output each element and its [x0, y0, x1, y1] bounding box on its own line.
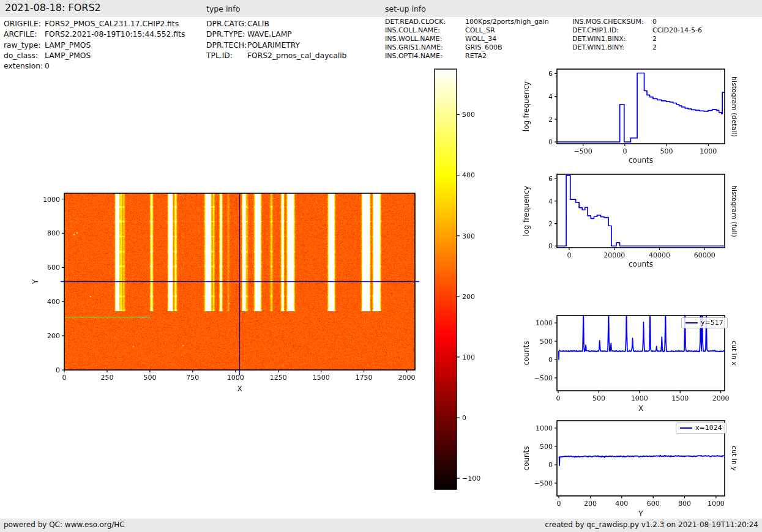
field-label: INS.GRIS1.NAME:: [385, 43, 465, 52]
field-value: FORS2_pmos_cal_daycalib: [247, 51, 346, 61]
cut-in-x-legend: y=517: [681, 317, 728, 328]
field-label: INS.MOS.CHECKSUM:: [572, 18, 652, 26]
colorbar: [428, 64, 484, 495]
header-bar: 2021-08-18: FORS2 type info set-up info: [0, 0, 762, 17]
field-value: CCID20-14-5-6: [652, 26, 702, 35]
cut-in-y-side-label: cut in y: [730, 421, 739, 496]
field-label: DPR.TYPE:: [206, 29, 247, 40]
field-label: INS.OPTI4.NAME:: [385, 52, 465, 61]
metadata-row: INS.GRIS1.NAME:GRIS_600B: [385, 43, 549, 52]
field-value: WAVE,LAMP: [247, 29, 292, 40]
footer-bar: powered by QC: www.eso.org/HC created by…: [0, 519, 762, 532]
metadata-row: DET.WIN1.BINX:2: [572, 35, 702, 43]
field-label: do_class:: [4, 51, 45, 61]
metadata-row: DPR.TECH:POLARIMETRY: [206, 40, 346, 51]
metadata-row: raw_type:LAMP_PMOS: [4, 40, 185, 51]
metadata-row: DPR.CATG:CALIB: [206, 19, 346, 29]
metadata-row: INS.WOLL.NAME:WOLL_34: [385, 35, 549, 43]
field-value: 0: [45, 61, 50, 72]
histogram-full-side-label: histogram (full): [730, 174, 739, 248]
field-value: FORS2.2021-08-19T10:15:44.552.fits: [45, 29, 185, 40]
cut-in-y-legend: x=1024: [676, 423, 727, 434]
setup-info-heading: set-up info: [385, 4, 426, 13]
field-value: 100Kps/2ports/high_gain: [465, 18, 549, 26]
type-info-heading: type info: [206, 4, 240, 13]
field-label: DPR.TECH:: [206, 40, 247, 51]
cut-in-x-side-label: cut in x: [730, 316, 739, 391]
setup-info-block-2: INS.MOS.CHECKSUM:0 DET.CHIP1.ID:CCID20-1…: [572, 18, 702, 52]
metadata-row: INS.OPTI4.NAME:RETA2: [385, 52, 549, 61]
field-label: INS.COLL.NAME:: [385, 26, 465, 35]
metadata-row: DET.WIN1.BINY:2: [572, 43, 702, 52]
field-value: 0: [652, 18, 657, 26]
field-value: 2: [652, 35, 657, 43]
metadata-row: ARCFILE:FORS2.2021-08-19T10:15:44.552.fi…: [4, 29, 185, 40]
metadata-row: TPL.ID:FORS2_pmos_cal_daycalib: [206, 51, 346, 61]
field-label: raw_type:: [4, 40, 45, 51]
legend-label: x=1024: [695, 424, 722, 432]
legend-line-sample: [680, 427, 692, 429]
field-value: GRIS_600B: [465, 43, 502, 52]
field-label: DET.WIN1.BINX:: [572, 35, 652, 43]
field-label: DET.WIN1.BINY:: [572, 43, 652, 52]
field-value: RETA2: [465, 52, 487, 61]
metadata-row: extension:0: [4, 61, 185, 72]
histogram-detail-side-label: histogram (detail): [730, 69, 739, 144]
field-label: DET.CHIP1.ID:: [572, 26, 652, 35]
field-value: LAMP_PMOS: [45, 51, 91, 61]
metadata-row: do_class:LAMP_PMOS: [4, 51, 185, 61]
metadata-row: DET.READ.CLOCK:100Kps/2ports/high_gain: [385, 18, 549, 26]
field-value: COLL_SR: [465, 26, 495, 35]
field-value: FORS2_PMOS_CAL231.17.CHIP2.fits: [45, 19, 179, 29]
field-value: WOLL_34: [465, 35, 496, 43]
footer-created-by: created by qc_rawdisp.py v1.2.3 on 2021-…: [545, 520, 758, 529]
field-value: 2: [652, 43, 657, 52]
legend-label: y=517: [701, 319, 723, 327]
field-label: INS.WOLL.NAME:: [385, 35, 465, 43]
raw-ccd-image-plot: [18, 183, 428, 397]
field-label: extension:: [4, 61, 45, 72]
histogram-full-plot: [520, 166, 762, 273]
type-info-block: DPR.CATG:CALIB DPR.TYPE:WAVE,LAMP DPR.TE…: [206, 19, 346, 61]
metadata-row: DPR.TYPE:WAVE,LAMP: [206, 29, 346, 40]
field-value: POLARIMETRY: [247, 40, 300, 51]
metadata-row: DET.CHIP1.ID:CCID20-14-5-6: [572, 26, 702, 35]
metadata-row: INS.MOS.CHECKSUM:0: [572, 18, 702, 26]
footer-powered-by: powered by QC: www.eso.org/HC: [4, 520, 125, 529]
field-label: ORIGFILE:: [4, 19, 45, 29]
field-label: ARCFILE:: [4, 29, 45, 40]
page-title: 2021-08-18: FORS2: [5, 2, 101, 13]
histogram-detail-plot: [520, 61, 762, 168]
setup-info-block-1: DET.READ.CLOCK:100Kps/2ports/high_gain I…: [385, 18, 549, 61]
field-label: DPR.CATG:: [206, 19, 247, 29]
field-value: LAMP_PMOS: [45, 40, 91, 51]
legend-line-sample: [685, 322, 698, 323]
qc-report-page: 2021-08-18: FORS2 type info set-up info …: [0, 0, 762, 532]
metadata-row: ORIGFILE:FORS2_PMOS_CAL231.17.CHIP2.fits: [4, 19, 185, 29]
field-label: DET.READ.CLOCK:: [385, 18, 465, 26]
field-label: TPL.ID:: [206, 51, 247, 61]
metadata-row: INS.COLL.NAME:COLL_SR: [385, 26, 549, 35]
file-info-block: ORIGFILE:FORS2_PMOS_CAL231.17.CHIP2.fits…: [4, 19, 185, 72]
field-value: CALIB: [247, 19, 269, 29]
